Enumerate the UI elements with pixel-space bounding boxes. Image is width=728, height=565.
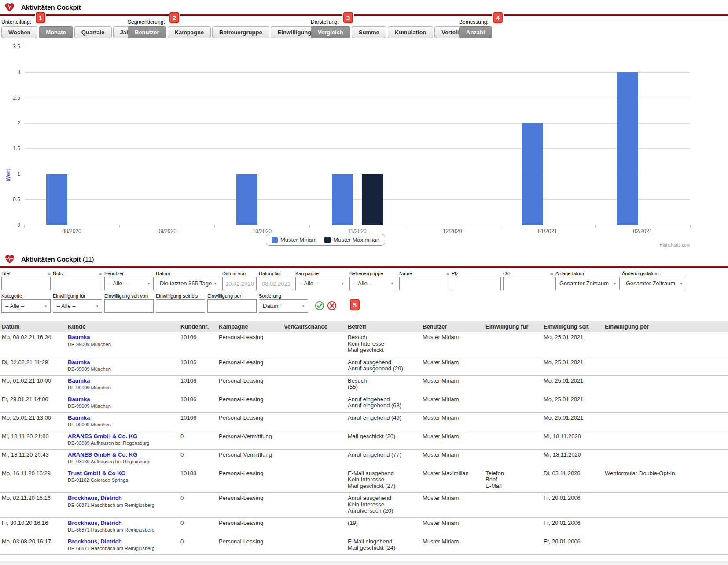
y-tick-label: 1.5 (3, 145, 20, 151)
cell-einwilligung-seit: Mo, 25.01.2021 (542, 412, 603, 431)
cell-kunde: BaumkaDE-99009 München (66, 394, 179, 412)
cell-verkaufschance (282, 357, 346, 375)
customer-link[interactable]: Brockhaus, Dietrich (68, 495, 122, 501)
filter-field-plz: Plz (452, 271, 501, 290)
betreff-line: Mail geschickt (348, 347, 419, 354)
cell-betreff: Besuch(55) (346, 375, 421, 394)
plz-input[interactable] (452, 277, 501, 290)
customer-link[interactable]: Trust GmbH & Co KG (68, 470, 125, 476)
filter-label-anlagedatum: Anlagedatum (555, 271, 620, 277)
toolbar-button-quartale[interactable]: Quartale (74, 26, 112, 38)
filter-label-datum-bis: Datum bis (259, 271, 293, 277)
group-label-bemessung: Bemessung: (459, 19, 489, 26)
apply-filter-button[interactable] (315, 301, 324, 310)
toolbar-button-kumulation[interactable]: Kumulation (388, 26, 434, 38)
legend-item-muster-maximilian[interactable]: Muster Maximilian (324, 236, 379, 243)
column-header-kundennr: Kundennr. (179, 321, 217, 332)
chart-bar-muster-miriam[interactable] (617, 72, 638, 225)
datum-bis-input[interactable] (259, 277, 293, 290)
betreuergruppe-select[interactable]: – Alle – (349, 277, 397, 290)
customer-link[interactable]: ARANES GmbH & Co. KG (68, 433, 137, 439)
toolbar-button-wochen[interactable]: Wochen (1, 26, 37, 38)
datum-select[interactable]: Die letzten 365 Tage (156, 277, 220, 290)
customer-link[interactable]: Baumka (68, 414, 90, 421)
notiz-input[interactable] (53, 277, 102, 290)
x-tick-mark (405, 225, 405, 228)
cell-datum: Mo, 01.02.21 10:00 (0, 375, 66, 394)
toolbar-button-vergleich[interactable]: Vergleich (311, 26, 350, 38)
cell-benutzer: Muster Miriam (421, 332, 484, 357)
customer-link[interactable]: Baumka (68, 359, 90, 366)
betreff-line: Anruf ausgehend (29) (348, 366, 419, 372)
customer-link[interactable]: Brockhaus, Dietrich (68, 538, 122, 545)
legend-item-muster-miriam[interactable]: Muster Miriam (272, 236, 316, 243)
betreff-line: Mail geschickt (27) (348, 483, 419, 490)
name-input[interactable] (399, 277, 449, 290)
sortierung-select[interactable]: Datum (259, 299, 308, 313)
einwilligung-per-input[interactable] (207, 299, 257, 313)
legend-label: Muster Maximilian (333, 236, 379, 243)
cell-einwilligung-fuer (484, 357, 542, 375)
titel-input[interactable] (1, 277, 51, 290)
customer-link[interactable]: Brockhaus, Dietrich (68, 520, 122, 526)
customer-link[interactable]: ARANES GmbH & Co. KG (68, 451, 137, 458)
annotation-badge-3: 3 (343, 12, 353, 23)
einwilligung-f-r-select[interactable]: – Alle – (53, 299, 102, 313)
customer-address: DE-99009 München (68, 366, 177, 372)
chart-legend: Muster MiriamMuster Maximilian (266, 234, 385, 246)
chart-bar-muster-miriam[interactable] (46, 174, 67, 225)
toolbar-button-kampagne[interactable]: Kampagne (168, 26, 211, 38)
cell-betreff: BesuchKein InteresseMail geschickt (346, 332, 421, 357)
cell-einwilligung-fuer (484, 431, 542, 449)
toolbar-button-summe[interactable]: Summe (352, 26, 386, 38)
highcharts-credit[interactable]: Highcharts.com (660, 243, 690, 247)
cell-einwilligung-per (603, 517, 728, 536)
cell-einwilligung-per (603, 394, 728, 412)
chart-bar-muster-miriam[interactable] (522, 123, 543, 225)
customer-link[interactable]: Baumka (68, 396, 90, 403)
kampagne-select[interactable]: – Alle – (295, 277, 347, 290)
filter-label-text: Einwilligung per (207, 293, 241, 299)
reset-filter-button[interactable] (327, 301, 337, 310)
table-row: Mi, 18.11.20 21:00ARANES GmbH & Co. KGDE… (0, 431, 728, 449)
toolbar-button-benutzer[interactable]: Benutzer (128, 26, 166, 38)
customer-link[interactable]: Baumka (68, 334, 90, 340)
nderungsdatum-select[interactable]: Gesamter Zeitraum (622, 277, 686, 290)
column-header-einwilligung-seit: Einwilligung seit (542, 321, 603, 332)
filter-field-name: Name≈ (399, 271, 449, 290)
customer-address: DE-99009 München (68, 342, 177, 347)
betreff-line: Kein Interesse (348, 476, 419, 483)
anlagedatum-select[interactable]: Gesamter Zeitraum (555, 277, 620, 290)
cell-benutzer: Muster Miriam (421, 517, 484, 536)
datum-von-input[interactable] (222, 277, 257, 290)
cell-verkaufschance (282, 493, 346, 518)
filter-field-ort: Ort≈ (503, 271, 553, 290)
ort-input[interactable] (503, 277, 553, 290)
cell-kampagne: Personal-Leasing (217, 412, 282, 431)
toolbar-button-monate[interactable]: Monate (39, 26, 73, 38)
filter-label-einwilligung-seit-von: Einwilligung seit von (104, 293, 154, 299)
betreff-line: Kein Interesse (348, 341, 419, 347)
kategorie-select[interactable]: – Alle – (1, 299, 51, 313)
filter-label-einwilligung-f-r: Einwilligung für (53, 293, 102, 299)
table-row: Mo, 01.02.21 10:00BaumkaDE-99009 München… (0, 375, 728, 394)
customer-link[interactable]: Baumka (68, 377, 90, 384)
einwilligung-seit-bis-input[interactable] (156, 299, 205, 313)
chart-bar-muster-maximilian[interactable] (362, 174, 383, 225)
cell-benutzer: Muster Miriam (421, 449, 484, 468)
cell-datum: Di, 02.02.21 11:29 (0, 357, 66, 375)
chart-bar-muster-miriam[interactable] (332, 174, 353, 225)
einwilligung-line: E-Mail (485, 483, 540, 490)
chart-bar-muster-miriam[interactable] (236, 174, 257, 225)
betreff-line: Anruf eingehend (63) (348, 403, 419, 409)
cell-datum: Mo, 08.02.21 16:34 (0, 332, 66, 357)
cell-datum: Fr, 29.01.21 14:00 (0, 394, 66, 412)
einwilligung-seit-von-input[interactable] (104, 299, 154, 313)
cell-verkaufschance (282, 449, 346, 468)
cell-kundennr: 10106 (179, 412, 217, 431)
benutzer-select[interactable]: – Alle – (104, 277, 154, 290)
toolbar-button-betreuergruppe[interactable]: Betreuergruppe (212, 26, 269, 38)
toolbar-button-anzahl[interactable]: Anzahl (459, 26, 492, 38)
filter-label-text: Änderungsdatum (622, 271, 659, 276)
cell-einwilligung-per (603, 412, 728, 431)
